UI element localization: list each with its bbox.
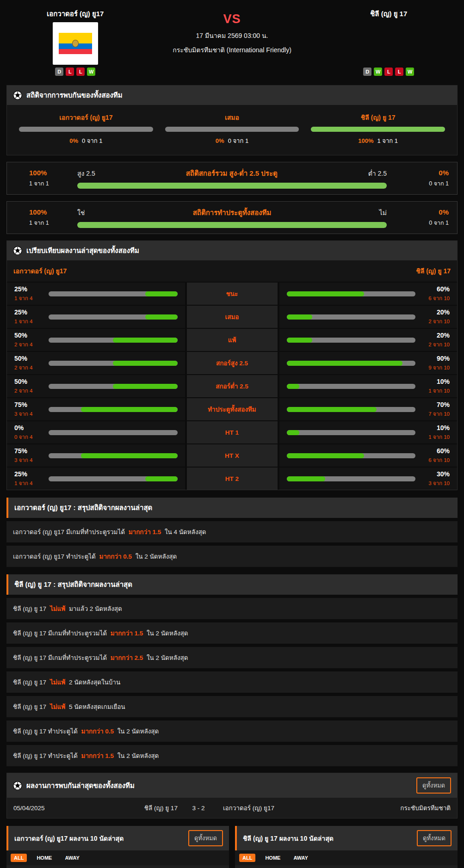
compare-away-stat: 70% 7 จาก 10: [421, 401, 450, 418]
compare-home-bar: [49, 407, 178, 412]
away-table-header: ชิลี (ญ) ยู 17 ผลงาน 10 นัดล่าสุด ดูทั้ง…: [235, 826, 458, 850]
summary-text-pre: ชิลี (ญ) ยู 17 ทำประตูได้: [13, 728, 78, 735]
compare-home-percent: 25%: [14, 470, 43, 478]
compare-home-fill: [81, 407, 178, 412]
compare-row-label: สกอร์ต่ำ 2.5: [187, 375, 278, 397]
form-result-badge: W: [374, 68, 382, 76]
compare-away-fill: [287, 384, 300, 389]
summary-row: ชิลี (ญ) ยู 17 ไม่แพ้ 2 นัดหลังสุดในบ้าน: [6, 671, 458, 693]
compare-home-percent: 50%: [14, 355, 43, 362]
compare-away-bar: [287, 407, 416, 412]
tab-all[interactable]: ALL: [11, 854, 27, 862]
home-form-badges: D L L W: [55, 68, 95, 76]
compare-away-percent: 30%: [421, 470, 450, 478]
view-all-button[interactable]: ดูทั้งหมด: [188, 830, 223, 846]
compare-home-side: 75% 3 จาก 4: [7, 398, 185, 420]
compare-section: เปรียบเทียบผลงานล่าสุดของทั้งสองทีม เอกว…: [6, 240, 458, 490]
btts-progress-bar: [77, 222, 387, 228]
compare-away-side: 30% 3 จาก 10: [279, 468, 458, 490]
h2h-stats-section: สถิติจากการพบกันของทั้งสองทีม เอกวาดอร์ …: [6, 85, 458, 155]
over-under-box: 100% 1 จาก 1 สูง 2.5 สถิติสกอร์รวม สูง-ต…: [6, 162, 458, 195]
view-all-button[interactable]: ดูทั้งหมด: [417, 830, 452, 846]
h2h-column-label: ชิลี (ญ) ยู 17: [361, 112, 396, 123]
summary-row: ชิลี (ญ) ยู 17 ทำประตูได้ มากกว่า 0.5 ใน…: [6, 720, 458, 742]
compare-home-bar: [49, 291, 178, 296]
home-table-header: เอกวาดอร์ (ญ) ยู17 ผลงาน 10 นัดล่าสุด ดู…: [6, 826, 229, 850]
h2h-stat-column: เอกวาดอร์ (ญ) ยู17 0%0 จาก 1: [19, 112, 153, 146]
away-team-name: ชิลี (ญ) ยู 17: [370, 8, 407, 19]
away-recent-table: ชิลี (ญ) ยู 17 ผลงาน 10 นัดล่าสุด ดูทั้ง…: [235, 826, 458, 868]
ou-progress-fill: [77, 183, 387, 189]
compare-away-fill: [287, 314, 313, 320]
compare-home-count: 3 จาก 4: [14, 410, 43, 418]
compare-home-side: 75% 3 จาก 4: [7, 444, 185, 467]
summary-row: ชิลี (ญ) ยู 17 ไม่แพ้ มาแล้ว 2 นัดหลังสุ…: [6, 598, 458, 619]
h2h-match-row[interactable]: 05/04/2025 ชิลี (ญ) ยู 17 3 - 2 เอกวาดอร…: [7, 798, 457, 818]
form-result-badge: L: [76, 68, 85, 76]
recent-matches-tables: เอกวาดอร์ (ญ) ยู17 ผลงาน 10 นัดล่าสุด ดู…: [6, 826, 458, 868]
compare-row: 0% 0 จาก 4 HT 1 10% 1 จาก 10: [7, 421, 457, 443]
compare-home-bar: [49, 430, 178, 435]
ecuador-flag-icon: [59, 33, 92, 54]
summary-highlight: ไม่แพ้: [48, 703, 67, 710]
tab-home[interactable]: HOME: [33, 854, 55, 862]
tab-away[interactable]: AWAY: [290, 854, 311, 862]
compare-away-count: 7 จาก 10: [421, 410, 450, 418]
home-recent-table: เอกวาดอร์ (ญ) ยู17 ผลงาน 10 นัดล่าสุด ดู…: [6, 826, 229, 868]
match-stats-page: เอกวาดอร์ (ญ) ยู17 D L L W VS 17 มีนาคม …: [0, 0, 464, 868]
h2h-progress-bar: [165, 127, 299, 132]
summary-highlight: มากกว่า 0.5: [80, 728, 116, 735]
match-competition: กระชับมิตรทีมชาติ: [353, 803, 451, 813]
compare-away-side: 60% 6 จาก 10: [279, 283, 458, 305]
tab-away[interactable]: AWAY: [62, 854, 82, 862]
compare-away-stat: 20% 2 จาก 10: [421, 332, 450, 349]
match-row[interactable]: 13/10/2025 แคเมอรูน(ญ) ยู 17 1 - 1 เอกวา…: [6, 865, 229, 868]
home-team-name: เอกวาดอร์ (ญ) ยู17: [47, 8, 104, 19]
h2h-count: 1 จาก 1: [377, 137, 398, 144]
compare-away-count: 2 จาก 10: [421, 317, 450, 326]
compare-away-count: 1 จาก 10: [421, 387, 450, 395]
compare-home-stat: 50% 2 จาก 4: [14, 355, 43, 372]
soccer-ball-icon: [13, 91, 22, 100]
compare-away-percent: 10%: [421, 424, 450, 431]
tab-home[interactable]: HOME: [262, 854, 284, 862]
compare-away-side: 20% 2 จาก 10: [279, 306, 458, 328]
h2h-stat-column: เสมอ 0%0 จาก 1: [165, 112, 299, 146]
compare-home-bar: [49, 314, 178, 320]
compare-away-percent: 70%: [421, 401, 450, 408]
summary-text-pre: เอกวาดอร์ (ญ) ยู17 ทำประตูได้: [13, 553, 96, 560]
form-result-badge: D: [363, 68, 371, 76]
home-table-rows: 13/10/2025 แคเมอรูน(ญ) ยู 17 1 - 1 เอกวา…: [6, 865, 229, 868]
view-all-button[interactable]: ดูทั้งหมด: [416, 777, 451, 794]
tab-all[interactable]: ALL: [239, 854, 255, 862]
ou-right-percent: 0%: [439, 169, 449, 177]
form-result-badge: L: [384, 68, 393, 76]
h2h-column-label: เอกวาดอร์ (ญ) ยู17: [59, 112, 112, 123]
compare-home-percent: 25%: [14, 285, 43, 293]
compare-home-fill: [113, 338, 177, 343]
ou-right-count: 0 จาก 1: [429, 179, 449, 188]
away-table-title: ชิลี (ญ) ยู 17 ผลงาน 10 นัดล่าสุด: [243, 833, 334, 843]
compare-away-bar: [287, 384, 416, 389]
section-title: สถิติจากการพบกันของทั้งสองทีม: [26, 90, 123, 101]
home-team-block: เอกวาดอร์ (ญ) ยู17 D L L W: [6, 6, 144, 76]
away-summary-header: ชิลี (ญ) ยู 17 : สรุปสถิติจากผลงานล่าสุด: [6, 574, 458, 595]
summary-highlight: มากกว่า 1.5: [109, 630, 145, 637]
h2h-columns: เอกวาดอร์ (ญ) ยู17 0%0 จาก 1 เสมอ 0%0 จา…: [7, 105, 457, 155]
compare-away-count: 9 จาก 10: [421, 363, 450, 372]
compare-home-side: 25% 1 จาก 4: [7, 468, 185, 490]
btts-title: สถิติการทำประตูทั้งสองทีม: [193, 207, 272, 218]
match-row[interactable]: 20/02/2026 ชิลี (ญ) ยู 17 2 - 2 เปอร์โตร…: [235, 865, 458, 868]
summary-highlight: มากกว่า 1.5: [80, 752, 116, 759]
compare-away-fill: [287, 361, 403, 366]
summary-text-pre: ชิลี (ญ) ยู 17 มีเกมที่ทำประตูรวมได้: [13, 630, 107, 637]
compare-row-label: ชนะ: [187, 283, 278, 305]
compare-away-fill: [287, 430, 300, 435]
match-score: 3 - 2: [178, 805, 219, 812]
form-result-badge: L: [395, 68, 403, 76]
compare-away-bar: [287, 476, 416, 481]
ou-left-stat: 100% 1 จาก 1: [15, 169, 71, 188]
soccer-ball-icon: [13, 246, 22, 255]
compare-away-count: 3 จาก 10: [421, 479, 450, 487]
vs-label: VS: [223, 12, 241, 26]
